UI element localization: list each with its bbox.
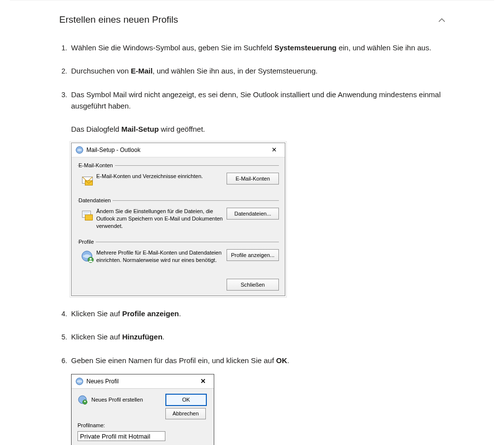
step-4-post: . [179, 309, 181, 318]
step-6: Geben Sie einen Namen für das Profil ein… [69, 355, 445, 445]
step-3-sub-pre: Das Dialogfeld [71, 125, 121, 133]
accounts-legend: E-Mail-Konten [78, 161, 115, 170]
step-2-post: , und wählen Sie ihn aus, in der Systems… [153, 67, 317, 75]
mail-setup-dialog: Mail-Setup - Outlook ✕ E-Mail-Konten [71, 143, 285, 296]
step-1: Wählen Sie die Windows-Symbol aus, geben… [69, 42, 445, 53]
step-4: Klicken Sie auf Profile anzeigen. [69, 308, 445, 319]
step-5-post: . [162, 333, 164, 341]
step-3-sub-post: wird geöffnet. [159, 125, 205, 133]
globe-icon [76, 377, 83, 385]
datafiles-text: Ändern Sie die Einstellungen für die Dat… [96, 208, 227, 230]
step-2-bold: E-Mail [131, 67, 153, 75]
create-profile-label: Neues Profil erstellen [91, 396, 143, 404]
step-1-pre: Wählen Sie die Windows-Symbol aus, geben… [71, 43, 274, 52]
mail-setup-title: Mail-Setup - Outlook [86, 146, 140, 155]
step-6-pre: Geben Sie einen Namen für das Profil ein… [71, 356, 276, 365]
profiles-fieldset: Profile [78, 238, 279, 265]
new-profile-dialog: Neues Profil ✕ [71, 374, 214, 445]
close-button[interactable]: Schließen [227, 279, 279, 291]
email-accounts-button[interactable]: E-Mail-Konten [227, 173, 279, 185]
profile-name-input[interactable] [78, 431, 165, 441]
datafiles-fieldset: Datendateien [78, 196, 279, 230]
datafiles-button[interactable]: Datendateien... [227, 208, 279, 220]
step-4-pre: Klicken Sie auf [71, 309, 122, 318]
step-2: Durchsuchen von E-Mail, und wählen Sie i… [69, 65, 445, 76]
step-6-bold: OK [276, 356, 287, 365]
step-1-bold: Systemsteuerung [274, 43, 337, 52]
profiles-icon [79, 249, 96, 265]
section-heading: Erstellen eines neuen Profils [59, 14, 178, 25]
profiles-text: Mehrere Profile für E-Mail-Konten und Da… [96, 249, 227, 264]
accounts-fieldset: E-Mail-Konten [78, 161, 279, 188]
step-5: Klicken Sie auf Hinzufügen. [69, 331, 445, 342]
section-heading-row[interactable]: Erstellen eines neuen Profils [10, 0, 494, 34]
ok-button[interactable]: OK [165, 394, 207, 406]
step-3-line1: Das Symbol Mail wird nicht angezeigt, es… [71, 90, 441, 110]
step-1-post: ein, und wählen Sie ihn aus. [337, 43, 431, 52]
svg-point-9 [90, 258, 92, 260]
accounts-text: E-Mail-Konten und Verzeichnisse einricht… [96, 173, 227, 180]
svg-rect-4 [85, 215, 92, 221]
svg-rect-5 [83, 212, 90, 213]
step-3: Das Symbol Mail wird nicht angezeigt, es… [69, 89, 445, 297]
mail-app-icon [76, 146, 83, 154]
profile-name-label: Profilname: [78, 421, 208, 430]
step-6-post: . [287, 356, 289, 365]
step-5-pre: Klicken Sie auf [71, 333, 122, 341]
show-profiles-button[interactable]: Profile anzeigen... [227, 249, 279, 261]
step-2-pre: Durchsuchen von [71, 67, 131, 75]
datafiles-icon [79, 208, 96, 223]
close-icon[interactable]: ✕ [196, 376, 210, 386]
svg-rect-6 [83, 214, 88, 215]
datafiles-legend: Datendateien [78, 196, 113, 205]
close-icon[interactable]: ✕ [267, 145, 281, 155]
svg-point-13 [84, 401, 86, 402]
step-3-sub-bold: Mail-Setup [121, 125, 159, 133]
chevron-up-icon [438, 16, 445, 23]
cancel-button[interactable]: Abbrechen [165, 408, 206, 419]
step-5-bold: Hinzufügen [122, 333, 162, 341]
mail-accounts-icon [79, 173, 96, 188]
globe-user-icon [78, 395, 88, 406]
new-profile-title: Neues Profil [86, 377, 118, 386]
step-4-bold: Profile anzeigen [122, 309, 179, 318]
profiles-legend: Profile [78, 238, 96, 246]
